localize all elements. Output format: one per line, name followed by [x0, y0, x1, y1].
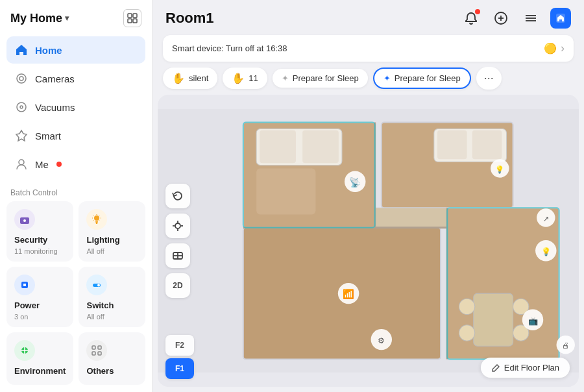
smart-banner-arrow: ›: [561, 42, 565, 55]
focus-button[interactable]: [165, 214, 190, 238]
me-nav-label: Me: [35, 159, 49, 170]
smart-banner[interactable]: Smart device: Turn off at 16:38 🟡 ›: [163, 35, 574, 62]
svg-rect-43: [474, 293, 513, 346]
security-card-title: Security: [14, 235, 66, 245]
floorplan-area: 📡 💡 📺 ↗ 📶 ⚙ 💡 🖨: [158, 95, 579, 387]
nav-item-vacuums[interactable]: Vacuums: [6, 93, 145, 121]
svg-text:📶: 📶: [343, 288, 354, 300]
nav-item-cameras[interactable]: Cameras: [6, 65, 145, 92]
floor-selector: F2 F1: [165, 335, 194, 379]
nav-item-home[interactable]: Home: [6, 36, 145, 64]
scene-pill-11[interactable]: ✋ 11: [223, 67, 267, 89]
svg-marker-8: [16, 130, 27, 141]
svg-rect-0: [128, 14, 132, 18]
security-card-sub: 11 monitoring: [14, 247, 66, 255]
edit-floor-plan-button[interactable]: Edit Floor Plan: [481, 358, 570, 378]
svg-rect-15: [23, 284, 26, 286]
brand-icon-button[interactable]: [550, 8, 571, 29]
nav-item-me[interactable]: Me: [6, 151, 145, 178]
svg-rect-35: [260, 130, 296, 164]
svg-rect-40: [472, 130, 502, 160]
svg-rect-39: [437, 130, 467, 160]
floor-f2-button[interactable]: F2: [165, 335, 194, 356]
right-room: [447, 208, 559, 359]
2d-mode-button[interactable]: 2D: [165, 273, 190, 298]
svg-rect-12: [22, 217, 27, 219]
others-icon: [86, 340, 107, 361]
topbar-icons: [461, 8, 571, 29]
svg-text:↗: ↗: [543, 215, 549, 223]
scene-pill-prepare-sleep-1[interactable]: ✦ Prepare for Sleep: [273, 69, 368, 88]
others-card-title: Others: [86, 366, 138, 376]
floor-plan-svg: 📡 💡 📺 ↗ 📶 ⚙ 💡 🖨: [158, 95, 579, 387]
bell-icon-button[interactable]: [461, 8, 481, 29]
left-toolbar: 2D: [165, 184, 190, 298]
svg-text:⚙: ⚙: [378, 336, 385, 345]
home-nav-icon: [14, 43, 29, 57]
svg-rect-48: [375, 208, 448, 227]
environment-card-title: Environment: [14, 366, 66, 376]
nav-items: Home Cameras Vacuums: [0, 34, 152, 182]
svg-point-4: [17, 74, 26, 83]
svg-point-6: [17, 103, 26, 112]
refresh-button[interactable]: [165, 184, 190, 208]
prepare-sleep-1-label: Prepare for Sleep: [293, 73, 359, 83]
power-card-title: Power: [14, 300, 66, 310]
svg-rect-21: [92, 352, 95, 355]
prepare-sleep-1-icon: ✦: [282, 73, 289, 83]
smart-banner-right: 🟡 ›: [544, 42, 565, 55]
floor-f1-button[interactable]: F1: [165, 358, 194, 379]
hallway: [375, 208, 448, 227]
layout-2d-button[interactable]: [165, 243, 190, 268]
lighting-icon: [86, 209, 107, 230]
vacuums-nav-label: Vacuums: [35, 102, 75, 113]
home-chevron: ▾: [65, 14, 69, 23]
svg-point-11: [23, 219, 26, 222]
nav-item-smart[interactable]: Smart: [6, 122, 145, 149]
batch-card-others[interactable]: Others: [79, 332, 145, 385]
add-button[interactable]: [491, 8, 511, 29]
svg-text:📺: 📺: [528, 316, 539, 326]
batch-card-lighting[interactable]: Lighting All off: [79, 201, 145, 262]
switch-icon: [86, 275, 107, 295]
switch-card-title: Switch: [86, 300, 138, 310]
scenes-row: ✋ silent ✋ 11 ✦ Prepare for Sleep ✦ Prep…: [152, 67, 584, 95]
menu-button[interactable]: [520, 8, 541, 29]
svg-text:🖨: 🖨: [562, 341, 569, 349]
cameras-nav-icon: [14, 71, 29, 86]
batch-card-switch[interactable]: Switch All off: [79, 267, 145, 327]
svg-rect-3: [133, 19, 137, 23]
svg-point-5: [19, 77, 23, 80]
svg-rect-2: [128, 19, 132, 23]
batch-card-environment[interactable]: Environment: [6, 332, 73, 385]
environment-icon: [14, 340, 35, 361]
home-title[interactable]: My Home ▾: [10, 12, 69, 25]
svg-text:📡: 📡: [349, 177, 361, 188]
svg-point-13: [94, 215, 99, 221]
batch-card-security[interactable]: Security 11 monitoring: [6, 201, 73, 262]
smart-nav-label: Smart: [35, 130, 61, 141]
room-title: Room1: [165, 10, 214, 27]
svg-text:💡: 💡: [541, 247, 552, 257]
scene-more-button[interactable]: ···: [476, 67, 502, 90]
batch-control-label: Batch Control: [0, 182, 152, 201]
scene-pill-prepare-sleep-2[interactable]: ✦ Prepare for Sleep: [373, 67, 471, 89]
home-label: My Home: [10, 12, 62, 25]
scene-pill-silent[interactable]: ✋ silent: [163, 67, 217, 89]
layout-toggle-button[interactable]: [123, 9, 141, 27]
sidebar-header: My Home ▾: [0, 0, 152, 34]
smart-nav-icon: [14, 129, 29, 143]
home-nav-label: Home: [35, 45, 62, 56]
bell-notification-dot: [475, 9, 480, 14]
power-card-sub: 3 on: [14, 313, 66, 321]
batch-grid: Security 11 monitoring Lighting All off: [0, 201, 152, 391]
silent-scene-icon: ✋: [172, 72, 185, 84]
svg-rect-22: [98, 352, 101, 355]
svg-text:💡: 💡: [495, 165, 504, 174]
batch-card-power[interactable]: Power 3 on: [6, 267, 73, 327]
cameras-nav-label: Cameras: [35, 73, 75, 84]
power-icon: [14, 275, 35, 295]
svg-rect-36: [302, 130, 339, 164]
main-content: Room1: [152, 0, 584, 392]
svg-rect-20: [98, 346, 101, 349]
